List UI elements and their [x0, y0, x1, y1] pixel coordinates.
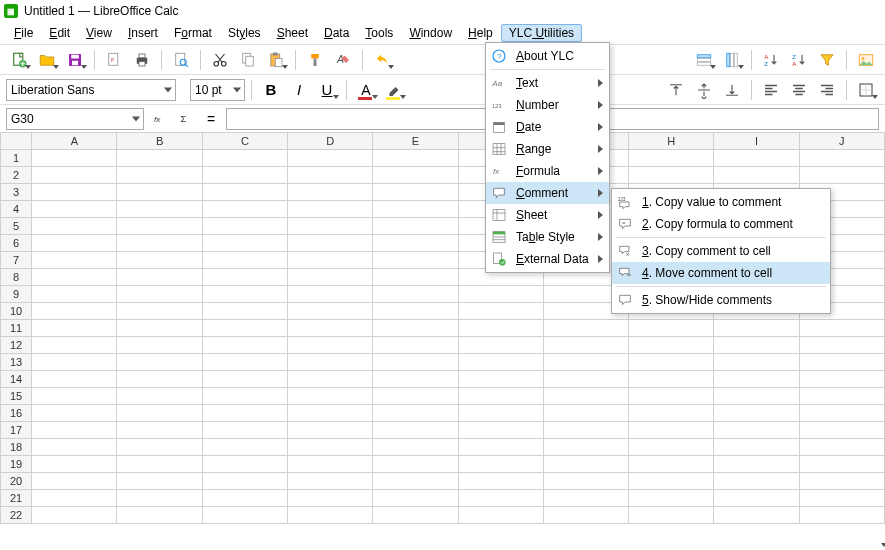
cell[interactable] [714, 320, 799, 337]
cell[interactable] [117, 337, 202, 354]
cell[interactable] [202, 337, 287, 354]
cell[interactable] [458, 422, 543, 439]
menu-number[interactable]: 123 Number [486, 94, 609, 116]
select-all-corner[interactable] [1, 133, 32, 150]
menu-copy-formula-to-comment[interactable]: = 2. Copy formula to comment [612, 213, 830, 235]
cell[interactable] [32, 456, 117, 473]
row-header[interactable]: 1 [1, 150, 32, 167]
cell[interactable] [117, 507, 202, 524]
cell[interactable] [714, 473, 799, 490]
cell[interactable] [799, 439, 884, 456]
cell[interactable] [202, 354, 287, 371]
menu-format[interactable]: Format [166, 24, 220, 42]
cell[interactable] [117, 490, 202, 507]
cell[interactable] [629, 473, 714, 490]
cell[interactable] [543, 320, 628, 337]
sum-button[interactable]: Σ [174, 108, 196, 130]
menu-date[interactable]: Date [486, 116, 609, 138]
cell[interactable] [287, 167, 372, 184]
cell[interactable] [458, 473, 543, 490]
cell[interactable] [714, 507, 799, 524]
cell[interactable] [799, 473, 884, 490]
cell[interactable] [202, 422, 287, 439]
cell[interactable] [799, 456, 884, 473]
cell[interactable] [714, 354, 799, 371]
cell[interactable] [373, 456, 458, 473]
cell[interactable] [373, 320, 458, 337]
italic-button[interactable]: I [286, 78, 312, 102]
cell[interactable] [543, 371, 628, 388]
cell[interactable] [287, 354, 372, 371]
menu-sheet-sub[interactable]: Sheet [486, 204, 609, 226]
cell[interactable] [202, 371, 287, 388]
align-top-button[interactable] [663, 78, 689, 102]
row-header[interactable]: 6 [1, 235, 32, 252]
row-header[interactable]: 8 [1, 269, 32, 286]
cell[interactable] [799, 150, 884, 167]
cell[interactable] [202, 150, 287, 167]
cell[interactable] [458, 490, 543, 507]
cell[interactable] [32, 184, 117, 201]
print-preview-button[interactable] [168, 48, 194, 72]
cell[interactable] [287, 252, 372, 269]
font-size-combo[interactable]: 10 pt [190, 79, 245, 101]
row-header[interactable]: 15 [1, 388, 32, 405]
borders-button[interactable] [853, 78, 879, 102]
menu-ylc-utilities[interactable]: YLC Utilities [501, 24, 582, 42]
row-header[interactable]: 5 [1, 218, 32, 235]
cell[interactable] [202, 269, 287, 286]
cell[interactable] [543, 473, 628, 490]
cell[interactable] [202, 252, 287, 269]
cell[interactable] [117, 303, 202, 320]
cell[interactable] [117, 388, 202, 405]
cell[interactable] [373, 286, 458, 303]
cell[interactable] [202, 490, 287, 507]
menu-range[interactable]: Range [486, 138, 609, 160]
cell[interactable] [287, 286, 372, 303]
cut-button[interactable] [207, 48, 233, 72]
save-button[interactable] [62, 48, 88, 72]
cell[interactable] [714, 167, 799, 184]
menu-styles[interactable]: Styles [220, 24, 269, 42]
cell[interactable] [117, 371, 202, 388]
cell[interactable] [32, 320, 117, 337]
menu-sheet[interactable]: Sheet [269, 24, 316, 42]
cell[interactable] [32, 167, 117, 184]
cell[interactable] [373, 150, 458, 167]
undo-button[interactable] [369, 48, 395, 72]
cell[interactable] [117, 439, 202, 456]
cell[interactable] [373, 507, 458, 524]
cell[interactable] [202, 439, 287, 456]
cell[interactable] [373, 439, 458, 456]
cell[interactable] [543, 337, 628, 354]
cell[interactable] [799, 371, 884, 388]
row-header[interactable]: 19 [1, 456, 32, 473]
cell[interactable] [458, 507, 543, 524]
cell[interactable] [543, 507, 628, 524]
cell[interactable] [117, 235, 202, 252]
cell[interactable] [458, 371, 543, 388]
cell[interactable] [32, 218, 117, 235]
row-button[interactable] [691, 48, 717, 72]
cell[interactable] [543, 439, 628, 456]
clone-formatting-button[interactable] [302, 48, 328, 72]
cell[interactable] [543, 388, 628, 405]
underline-button[interactable]: U [314, 78, 340, 102]
cell[interactable] [287, 184, 372, 201]
menu-comment[interactable]: Comment [486, 182, 609, 204]
cell[interactable] [629, 422, 714, 439]
menu-insert[interactable]: Insert [120, 24, 166, 42]
cell[interactable] [32, 422, 117, 439]
cell[interactable] [202, 184, 287, 201]
menu-file[interactable]: File [6, 24, 41, 42]
copy-button[interactable] [235, 48, 261, 72]
cell[interactable] [117, 456, 202, 473]
cell[interactable] [714, 371, 799, 388]
menu-show-hide-comments[interactable]: 5. Show/Hide comments [612, 289, 830, 311]
cell[interactable] [543, 422, 628, 439]
cell[interactable] [32, 354, 117, 371]
cell[interactable] [629, 167, 714, 184]
menu-copy-value-to-comment[interactable]: 123 1. Copy value to comment [612, 191, 830, 213]
cell[interactable] [373, 201, 458, 218]
row-header[interactable]: 17 [1, 422, 32, 439]
